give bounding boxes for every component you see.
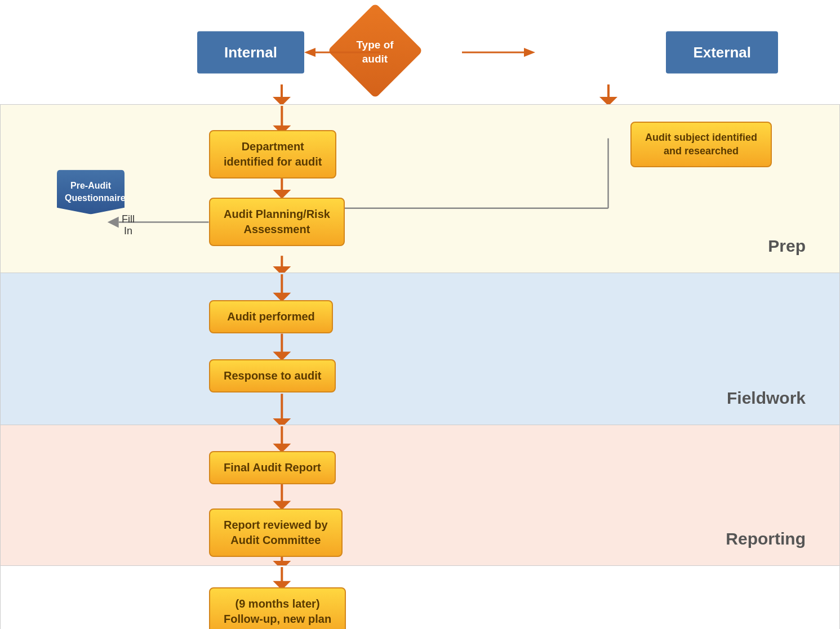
response-box: Response to audit [209, 359, 336, 392]
report-reviewed-label: Report reviewed by Audit Committee [209, 508, 343, 557]
prep-section-label: Prep [768, 237, 806, 256]
audit-subject-box: Audit subject identified and researched [630, 122, 772, 167]
audit-performed-box: Audit performed [209, 300, 333, 333]
dept-identified-box: Department identified for audit [209, 130, 336, 179]
audit-planning-box: Audit Planning/Risk Assessment [209, 198, 345, 246]
final-report-box: Final Audit Report [209, 451, 336, 484]
top-section: Internal Type of audit External [0, 0, 840, 104]
reporting-arrows-svg [1, 425, 839, 565]
response-box-label: Response to audit [209, 359, 336, 392]
prep-section: Department identified for audit Audit Pl… [0, 104, 840, 273]
report-reviewed-box: Report reviewed by Audit Committee [209, 508, 343, 557]
svg-marker-16 [108, 217, 119, 228]
fieldwork-section: Audit performed Response to audit Fieldw… [0, 273, 840, 425]
external-label: External [693, 43, 751, 60]
internal-box: Internal [197, 31, 304, 73]
external-box: External [666, 31, 778, 73]
reporting-section-label: Reporting [726, 529, 806, 548]
planning-box-label: Audit Planning/Risk Assessment [209, 198, 345, 246]
svg-marker-18 [273, 266, 291, 273]
dept-box-label: Department identified for audit [209, 130, 336, 179]
diamond-label: Type of audit [330, 11, 420, 93]
fieldwork-section-label: Fieldwork [727, 389, 806, 408]
svg-marker-24 [273, 418, 291, 425]
svg-marker-7 [599, 97, 617, 104]
followup-label: (9 months later) Follow-up, new plan [209, 587, 346, 629]
bottom-section: (9 months later) Follow-up, new plan [0, 566, 840, 629]
svg-marker-30 [273, 561, 291, 565]
bottom-arrows-svg [1, 566, 839, 629]
type-of-audit-diamond: Type of audit [330, 11, 420, 93]
fieldwork-arrows-svg [1, 273, 839, 425]
pre-audit-label: Pre-Audit Questionnaire [57, 169, 125, 214]
svg-marker-3 [524, 48, 535, 57]
reporting-section: Final Audit Report Report reviewed by Au… [0, 425, 840, 566]
internal-label: Internal [224, 43, 277, 60]
audit-subject-label: Audit subject identified and researched [630, 122, 772, 167]
svg-marker-5 [273, 97, 291, 104]
final-report-label: Final Audit Report [209, 451, 336, 484]
svg-marker-1 [304, 48, 315, 57]
followup-box: (9 months later) Follow-up, new plan [209, 587, 346, 629]
audit-performed-label: Audit performed [209, 300, 333, 333]
fill-in-label: Fill In [122, 213, 135, 237]
